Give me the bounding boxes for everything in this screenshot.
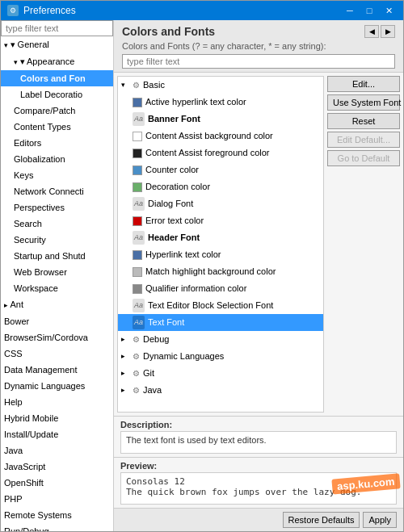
label-content-assist-bg: Content Assist background color: [145, 129, 273, 143]
window-title: Preferences: [23, 5, 76, 16]
expand-icon-debug: ▸: [121, 333, 129, 346]
maximize-button[interactable]: □: [361, 4, 377, 17]
group-label-basic: Basic: [143, 78, 165, 92]
group-icon-git: ⚙: [133, 367, 140, 380]
panel-subtitle: Colors and Fonts (? = any character, * =…: [122, 41, 395, 51]
color-item-active-hyperlink[interactable]: Active hyperlink text color: [118, 94, 323, 111]
color-item-content-assist-bg[interactable]: Content Assist background color: [118, 128, 323, 145]
nav-back-button[interactable]: ◀: [364, 25, 379, 38]
label-decoration-color: Decoration color: [145, 180, 210, 194]
tree-item-appearance[interactable]: ▾ Appearance: [1, 53, 113, 70]
tree-item-colors-fonts[interactable]: Colors and Fon: [1, 70, 113, 86]
tree-item-data-mgmt[interactable]: Data Management: [1, 362, 113, 378]
tree-item-remote-systems[interactable]: Remote Systems: [1, 507, 113, 523]
preview-font-name: Consolas 12: [126, 476, 391, 487]
tree-item-browsersim[interactable]: BrowserSim/Cordova: [1, 329, 113, 346]
tree-item-hybrid-mobile[interactable]: Hybrid Mobile: [1, 410, 113, 426]
edit-default-button[interactable]: Edit Default...: [327, 132, 400, 148]
right-filter-input[interactable]: [122, 54, 395, 69]
tree-item-install-update[interactable]: Install/Update: [1, 426, 113, 442]
color-group-debug[interactable]: ▸ ⚙ Debug: [118, 331, 323, 348]
close-button[interactable]: ✕: [381, 4, 397, 17]
title-bar-left: ⚙ Preferences: [7, 5, 76, 16]
font-indicator-header: Aa: [133, 231, 145, 245]
group-icon-basic: ⚙: [133, 78, 140, 92]
tree-item-css[interactable]: CSS: [1, 346, 113, 362]
apply-button[interactable]: Apply: [363, 512, 397, 528]
tree-item-php[interactable]: PHP: [1, 491, 113, 507]
nav-fwd-button[interactable]: ▶: [381, 25, 395, 38]
colors-tree: ▾ ⚙ Basic Active hyperlink text color Aa…: [117, 76, 324, 413]
reset-button[interactable]: Reset: [327, 113, 400, 129]
tree-item-content-types[interactable]: Content Types: [1, 119, 113, 135]
swatch-hyperlink: [133, 250, 142, 260]
minimize-button[interactable]: ─: [342, 4, 358, 17]
tree-item-ant[interactable]: Ant: [1, 296, 113, 313]
tree-item-security[interactable]: Security: [1, 232, 113, 248]
label-match-highlight: Match highlight background color: [145, 265, 276, 279]
label-counter-color: Counter color: [145, 163, 199, 177]
label-qualifier-info: Qualifier information color: [145, 282, 246, 295]
swatch-content-assist-bg: [133, 132, 142, 141]
tree-item-web-browser[interactable]: Web Browser: [1, 264, 113, 280]
color-group-dynamic-lang[interactable]: ▸ ⚙ Dynamic Languages: [118, 348, 323, 365]
color-item-header-font[interactable]: Aa Header Font: [118, 229, 323, 246]
color-item-match-highlight[interactable]: Match highlight background color: [118, 263, 323, 280]
restore-defaults-button[interactable]: Restore Defaults: [283, 512, 360, 528]
tree-item-label-decor[interactable]: Label Decoratio: [1, 86, 113, 103]
swatch-error: [133, 216, 142, 226]
tree-item-general[interactable]: ▾ General: [1, 36, 113, 53]
tree-item-openshift[interactable]: OpenShift: [1, 475, 113, 491]
tree-item-keys[interactable]: Keys: [1, 167, 113, 183]
left-tree: ▾ General ▾ Appearance Colors and Fon La…: [1, 36, 113, 531]
tree-item-globalization[interactable]: Globalization: [1, 151, 113, 167]
tree-item-search[interactable]: Search: [1, 216, 113, 232]
color-item-decoration[interactable]: Decoration color: [118, 178, 323, 195]
tree-item-run-debug[interactable]: Run/Debug: [1, 523, 113, 531]
left-filter-input[interactable]: [1, 20, 113, 36]
group-label-dynamic: Dynamic Languages: [143, 350, 224, 363]
tree-item-editors[interactable]: Editors: [1, 135, 113, 151]
tree-item-compare-patch[interactable]: Compare/Patch: [1, 103, 113, 119]
color-item-error[interactable]: Error text color: [118, 212, 323, 229]
tree-item-startup[interactable]: Startup and Shutd: [1, 248, 113, 264]
font-indicator-dialog: Aa: [133, 197, 145, 211]
color-item-content-assist-fg[interactable]: Content Assist foreground color: [118, 145, 323, 161]
tree-item-network-conn[interactable]: Network Connecti: [1, 183, 113, 199]
group-label-debug: Debug: [143, 333, 169, 346]
tree-item-bower[interactable]: Bower: [1, 313, 113, 329]
label-hyperlink-text-color: Hyperlink text color: [145, 248, 221, 262]
description-section: Description: The text font is used by te…: [114, 416, 403, 457]
color-group-basic[interactable]: ▾ ⚙ Basic: [118, 77, 323, 94]
tree-item-perspectives[interactable]: Perspectives: [1, 199, 113, 216]
expand-icon-basic: ▾: [121, 78, 129, 92]
color-item-counter[interactable]: Counter color: [118, 161, 323, 178]
color-item-text-font[interactable]: Aa Text Font: [118, 314, 323, 331]
color-group-java[interactable]: ▸ ⚙ Java: [118, 382, 323, 399]
color-group-git[interactable]: ▸ ⚙ Git: [118, 365, 323, 382]
tree-item-javascript[interactable]: JavaScript: [1, 459, 113, 475]
preview-sample-text: The quick brown fox jumps over the lazy …: [126, 487, 391, 497]
use-system-font-button[interactable]: Use System Font: [327, 94, 400, 111]
label-text-editor-block: Text Editor Block Selection Font: [148, 299, 273, 312]
swatch-qualifier: [133, 284, 142, 294]
tree-item-workspace[interactable]: Workspace: [1, 280, 113, 296]
color-item-banner-font[interactable]: Aa Banner Font: [118, 111, 323, 128]
panel-header: Colors and Fonts ◀ ▶ Colors and Fonts (?…: [114, 20, 403, 73]
label-error-text-color: Error text color: [145, 214, 204, 228]
color-item-dialog-font[interactable]: Aa Dialog Font: [118, 195, 323, 212]
group-label-java: Java: [143, 383, 162, 397]
go-to-default-button[interactable]: Go to Default: [327, 150, 400, 166]
tree-item-help[interactable]: Help: [1, 394, 113, 410]
label-text-font: Text Font: [148, 316, 184, 329]
expand-icon-java: ▸: [121, 383, 129, 397]
color-item-hyperlink[interactable]: Hyperlink text color: [118, 246, 323, 263]
color-item-text-editor-block[interactable]: Aa Text Editor Block Selection Font: [118, 297, 323, 314]
swatch-decoration: [133, 182, 142, 192]
tree-item-dynamic-lang[interactable]: Dynamic Languages: [1, 378, 113, 394]
tree-item-java[interactable]: Java: [1, 442, 113, 459]
color-item-qualifier[interactable]: Qualifier information color: [118, 280, 323, 297]
description-text: The text font is used by text editors.: [120, 431, 397, 454]
edit-button[interactable]: Edit...: [327, 76, 400, 92]
right-panel: Colors and Fonts ◀ ▶ Colors and Fonts (?…: [114, 20, 403, 531]
